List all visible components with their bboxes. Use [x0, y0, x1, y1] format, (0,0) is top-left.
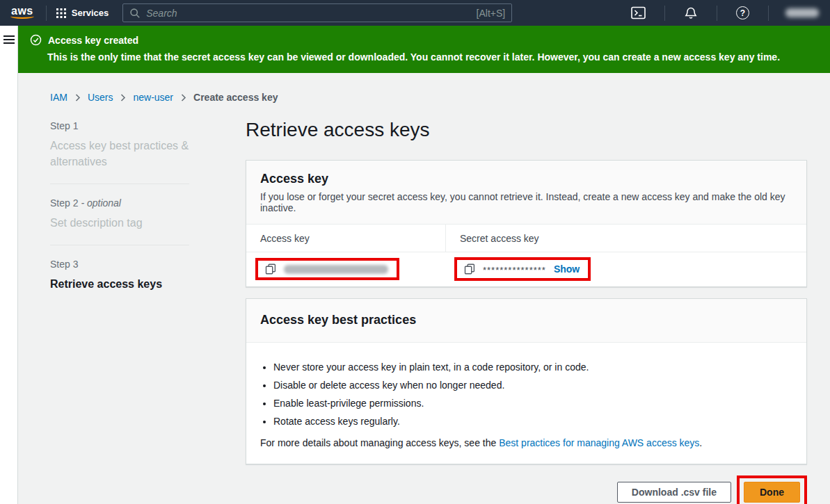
- wizard-steps-nav: Step 1 Access key best practices & alter…: [50, 120, 189, 504]
- banner-message: This is the only time that the secret ac…: [47, 51, 819, 63]
- step-2-label: Step 2 - optional: [50, 197, 189, 209]
- access-key-card: Access key If you lose or forget your se…: [246, 160, 807, 287]
- step-3-group: Step 3 Retrieve access keys: [50, 259, 189, 306]
- show-secret-link[interactable]: Show: [554, 263, 580, 275]
- access-key-card-description: If you lose or forget your secret access…: [260, 191, 792, 213]
- search-icon: [129, 8, 141, 19]
- best-practices-title: Access key best practices: [260, 313, 792, 327]
- help-button[interactable]: ?: [727, 6, 758, 19]
- search-box[interactable]: [Alt+S]: [122, 3, 512, 22]
- step-3-label: Step 3: [50, 259, 189, 270]
- footer-text: For more details about managing access k…: [260, 437, 499, 448]
- services-label: Services: [72, 8, 109, 18]
- annotation-box-done: Done: [737, 475, 807, 504]
- cloudshell-icon: [631, 6, 646, 19]
- step-1-title: Access key best practices & alternatives: [50, 138, 189, 170]
- step-1-label: Step 1: [50, 120, 189, 131]
- step-1-group: Step 1 Access key best practices & alter…: [50, 120, 189, 184]
- chevron-right-icon: [179, 93, 187, 102]
- key-table-row: *************** Show: [246, 252, 806, 286]
- banner-title: Access key created: [48, 35, 138, 46]
- secret-key-masked-value: ***************: [483, 263, 546, 275]
- best-practices-link[interactable]: Best practices for managing AWS access k…: [499, 437, 699, 448]
- annotation-box-secret-key: *************** Show: [454, 257, 591, 281]
- done-button[interactable]: Done: [744, 482, 800, 503]
- user-menu-redacted[interactable]: [785, 8, 819, 17]
- collapsed-side-nav: [0, 26, 18, 504]
- search-input[interactable]: [146, 8, 476, 19]
- breadcrumb-item-iam[interactable]: IAM: [50, 92, 67, 103]
- step-2-optional-label: - optional: [81, 197, 121, 209]
- step-2-title: Set description tag: [50, 215, 189, 231]
- key-table-header: Access key Secret access key: [246, 225, 806, 252]
- download-csv-button[interactable]: Download .csv file: [617, 482, 731, 503]
- step-3-title: Retrieve access keys: [50, 276, 189, 292]
- check-circle-icon: [30, 34, 42, 46]
- best-practice-item: Never store your access key in plain tex…: [273, 361, 792, 373]
- column-header-secret-access-key: Secret access key: [446, 225, 553, 252]
- chevron-right-icon: [74, 93, 81, 102]
- bell-icon: [684, 6, 698, 20]
- grid-icon: [56, 8, 66, 18]
- breadcrumb: IAM Users new-user Create access key: [50, 92, 830, 103]
- menu-icon[interactable]: [3, 35, 15, 44]
- help-glyph: ?: [740, 8, 745, 18]
- page-title: Retrieve access keys: [246, 119, 807, 141]
- aws-logo[interactable]: aws: [10, 6, 36, 20]
- copy-access-key-button[interactable]: [265, 263, 276, 275]
- breadcrumb-item-new-user[interactable]: new-user: [133, 92, 173, 103]
- nav-divider: [768, 6, 769, 21]
- help-icon: ?: [736, 6, 749, 19]
- nav-divider: [664, 6, 665, 21]
- nav-divider: [717, 6, 717, 21]
- best-practices-list: Never store your access key in plain tex…: [273, 361, 792, 427]
- step-2-group: Step 2 - optional Set description tag: [50, 197, 189, 245]
- breadcrumb-item-users[interactable]: Users: [88, 92, 113, 103]
- main-area: Access key created This is the only time…: [18, 26, 830, 504]
- access-key-card-title: Access key: [260, 172, 792, 186]
- column-header-access-key: Access key: [246, 225, 446, 252]
- breadcrumb-current: Create access key: [193, 92, 278, 103]
- footer-period: .: [699, 437, 702, 448]
- access-key-value-redacted: [284, 265, 388, 274]
- copy-secret-key-button[interactable]: [464, 263, 475, 275]
- best-practice-item: Enable least-privilege permissions.: [273, 398, 792, 409]
- success-banner: Access key created This is the only time…: [18, 26, 830, 73]
- notifications-button[interactable]: [675, 6, 707, 20]
- nav-right-group: ?: [622, 6, 823, 21]
- top-navigation: aws Services [Alt+S]: [0, 0, 830, 26]
- best-practices-card: Access key best practices Never store yo…: [246, 298, 807, 464]
- best-practice-item: Rotate access keys regularly.: [273, 416, 792, 427]
- services-menu[interactable]: Services: [56, 8, 109, 18]
- nav-divider: [46, 6, 47, 21]
- wizard-actions: Download .csv file Done: [246, 475, 807, 504]
- annotation-box-access-key: [255, 258, 399, 280]
- chevron-right-icon: [119, 93, 127, 102]
- best-practices-footer: For more details about managing access k…: [260, 437, 792, 448]
- search-shortcut-hint: [Alt+S]: [477, 8, 506, 19]
- best-practice-item: Disable or delete access key when no lon…: [273, 380, 792, 391]
- cloudshell-button[interactable]: [622, 6, 655, 19]
